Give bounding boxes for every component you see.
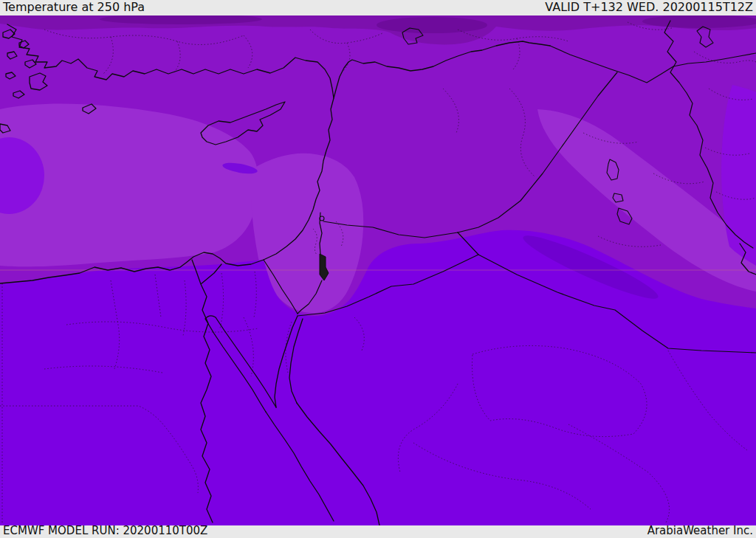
temperature-field-svg bbox=[0, 15, 756, 525]
model-run-label: ECMWF MODEL RUN: 20200110T00Z bbox=[3, 525, 207, 537]
provider-label: ArabiaWeather Inc. bbox=[647, 525, 753, 537]
page-title: Temperature at 250 hPa bbox=[3, 0, 145, 15]
temp-field-lower bbox=[0, 230, 756, 525]
weather-map-window: Temperature at 250 hPa VALID T+132 WED. … bbox=[0, 0, 756, 538]
title-bar: Temperature at 250 hPa VALID T+132 WED. … bbox=[0, 0, 756, 15]
temp-field-top-dark-patch bbox=[377, 17, 487, 33]
valid-time-label: VALID T+132 WED. 20200115T12Z bbox=[545, 0, 753, 15]
footer-bar: ECMWF MODEL RUN: 20200110T00Z ArabiaWeat… bbox=[0, 525, 756, 538]
map-canvas bbox=[0, 15, 756, 525]
